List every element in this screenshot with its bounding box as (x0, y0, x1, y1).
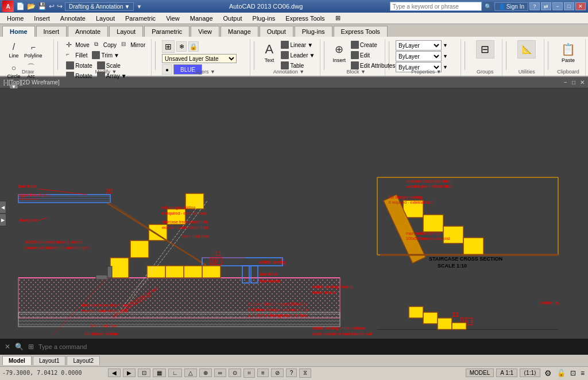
lock-icon[interactable]: 🔓 (557, 369, 566, 377)
tab-layout2[interactable]: Layout2 (67, 356, 100, 365)
trim-button[interactable]: Trim ▼ (90, 51, 121, 60)
ortho-toggle[interactable]: ∟ (168, 369, 182, 377)
cmd-close-btn[interactable]: ✕ (5, 343, 10, 351)
tab-manage[interactable]: Manage (220, 26, 258, 37)
line-button[interactable]: / Line (6, 40, 22, 60)
qp-toggle[interactable]: ? (286, 369, 297, 377)
tab-parametric[interactable]: Parametric (144, 26, 189, 37)
maximize-button[interactable]: □ (564, 2, 574, 10)
svg-text:100x500mm cut-out joist: 100x500mm cut-out joist (406, 236, 450, 241)
edit-block-button[interactable]: Edit (349, 51, 397, 60)
nav-next-btn[interactable]: ▶ (123, 369, 136, 377)
layer-dropdown[interactable]: Unsaved Layer State (162, 54, 237, 63)
menu-home[interactable]: Home (2, 14, 28, 23)
dyn-toggle[interactable]: ⌗ (243, 369, 255, 378)
grid-toggle[interactable]: ▦ (153, 369, 166, 377)
tab-view[interactable]: View (191, 26, 219, 37)
menu-manage[interactable]: Manage (185, 14, 218, 23)
view-close[interactable]: ✕ (580, 79, 585, 86)
workspace-options[interactable]: ▼ (136, 3, 142, 10)
tab-express[interactable]: Express Tools (334, 26, 388, 37)
command-input[interactable] (38, 343, 583, 350)
layer-props-button[interactable]: ⊞ (162, 40, 175, 53)
snap-toggle[interactable]: ⊡ (138, 369, 150, 377)
tab-insert[interactable]: Insert (36, 26, 67, 37)
measure-button[interactable]: 📐 (517, 40, 536, 59)
search-input[interactable] (390, 2, 482, 11)
move-button[interactable]: ✛ Move (64, 40, 91, 49)
titlebar-left: A 📄 📂 💾 ↩ ↪ Drafting & Annotation ▼ ▼ (2, 1, 142, 12)
tab-home[interactable]: Home (2, 26, 35, 37)
menu-layout[interactable]: Layout (91, 14, 119, 23)
quick-access-open[interactable]: 📂 (27, 2, 36, 10)
tp-toggle[interactable]: ⊘ (271, 369, 284, 377)
mirror-button[interactable]: ⊟ Mirror (119, 40, 147, 49)
svg-text:floor joists: floor joists (20, 218, 38, 223)
tab-layout1[interactable]: Layout1 (33, 356, 66, 365)
cmd-expand-btn[interactable]: ⊞ (28, 343, 34, 351)
quick-access-redo[interactable]: ↪ (57, 2, 63, 10)
polyline-button[interactable]: ⌐ Polyline (23, 40, 44, 60)
ribbon-group-layers: ⊞ ❄ 🔒 Unsaved Layer State ● BLUE Layers … (158, 39, 250, 76)
menu-plugins[interactable]: Plug-ins (248, 14, 280, 23)
create-button[interactable]: Create (349, 40, 397, 49)
exchange-icon[interactable]: ⇄ (541, 2, 551, 10)
quick-access-save[interactable]: 💾 (38, 2, 47, 10)
menu-express-tools[interactable]: Express Tools (281, 14, 329, 23)
clipboard-label: Clipboard (551, 69, 585, 75)
info-button[interactable]: ? (529, 2, 540, 10)
model-button[interactable]: MODEL (466, 369, 494, 377)
polar-toggle[interactable]: △ (184, 369, 197, 377)
otrack-toggle[interactable]: ∞ (214, 369, 226, 377)
text-button[interactable]: A Text (261, 40, 277, 64)
layer-freeze-button[interactable]: ❄ (176, 41, 187, 52)
layer-lock-button[interactable]: 🔒 (188, 41, 199, 52)
tab-layout[interactable]: Layout (109, 26, 143, 37)
viewport-scale[interactable]: A 1:1 (496, 369, 517, 377)
tab-output[interactable]: Output (260, 26, 293, 37)
svg-text:full stringer skirting: full stringer skirting (84, 332, 118, 335)
linetype-dropdown[interactable]: ByLayer (396, 40, 442, 51)
menu-annotate[interactable]: Annotate (56, 14, 90, 23)
fullscreen-icon[interactable]: ⊡ (570, 369, 576, 377)
menu-view[interactable]: View (161, 14, 184, 23)
annotation-scale[interactable]: ⟨1:1⟩ (520, 369, 540, 377)
fillet-button[interactable]: ⌐ Fillet (64, 51, 89, 60)
lw-toggle[interactable]: ≡ (257, 369, 269, 377)
tab-plugins[interactable]: Plug-ins (295, 26, 332, 37)
menu-output[interactable]: Output (219, 14, 247, 23)
statusbar-left: -79.3000, 7.0412 0.0000 ◀ ▶ ⊡ ▦ ∟ △ ⊕ ∞ … (2, 369, 311, 378)
ribbon-tabs: Home Insert Annotate Layout Parametric V… (0, 24, 588, 37)
nav-left[interactable]: ◀ ▶ (0, 201, 6, 226)
view-minimize[interactable]: − (564, 79, 567, 86)
menu-insert[interactable]: Insert (29, 14, 55, 23)
insert-button[interactable]: ⊕ Insert (331, 40, 347, 70)
linear-button[interactable]: Linear ▼ (279, 40, 316, 49)
minimize-button[interactable]: − (552, 2, 563, 10)
copy-button[interactable]: ⧉ Copy (92, 40, 118, 49)
svg-text:11: 11 (215, 250, 222, 257)
leader-button[interactable]: Leader ▼ (279, 51, 316, 60)
view-restore[interactable]: □ (572, 79, 575, 86)
sc-toggle[interactable]: ⧖ (299, 369, 311, 378)
customize-icon[interactable]: ≡ (581, 369, 585, 377)
cmd-search-btn[interactable]: 🔍 (15, 343, 24, 351)
menu-extras[interactable]: ⊞ (331, 13, 345, 23)
workspace-icon[interactable]: ⚙ (544, 369, 552, 378)
tab-model[interactable]: Model (2, 356, 32, 365)
menu-parametric[interactable]: Parametric (121, 14, 160, 23)
close-button[interactable]: ✕ (575, 2, 586, 10)
nav-prev-btn[interactable]: ◀ (108, 369, 121, 377)
quick-access-undo[interactable]: ↩ (49, 2, 55, 10)
quick-access-new[interactable]: 📄 (16, 2, 25, 10)
paste-button-area: 📋 Paste (555, 40, 582, 72)
paste-button[interactable]: 📋 Paste (559, 40, 577, 64)
tab-annotate[interactable]: Annotate (68, 26, 108, 37)
sign-in-button[interactable]: 👤 Sign In (494, 2, 528, 11)
osnap-toggle[interactable]: ⊕ (199, 369, 212, 377)
workspace-selector[interactable]: Drafting & Annotation ▼ (65, 2, 134, 11)
lineweight-dropdown[interactable]: ByLayer (396, 51, 442, 61)
ducs-toggle[interactable]: ⊙ (229, 369, 241, 377)
search-button[interactable]: 🔍 (483, 2, 493, 11)
group-button[interactable]: ⊟ (476, 40, 494, 59)
